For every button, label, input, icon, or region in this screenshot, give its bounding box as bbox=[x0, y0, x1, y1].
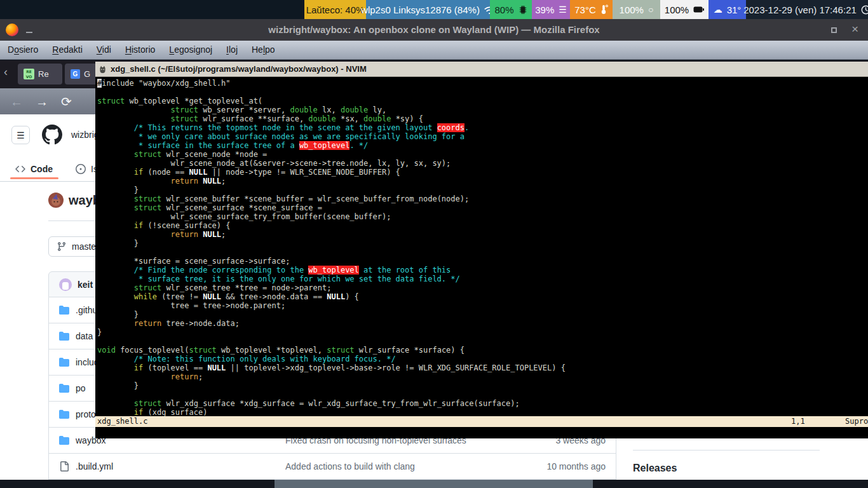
folder-icon bbox=[59, 409, 69, 419]
scrollbar-thumb[interactable] bbox=[275, 480, 593, 488]
terminal-titlebar[interactable]: xdg_shell.c (~/Elŝutoj/programs/wayland/… bbox=[95, 62, 868, 77]
temperature-label: 73°C bbox=[574, 4, 596, 15]
code-line: return NULL; bbox=[97, 177, 868, 186]
github-logo-icon[interactable] bbox=[42, 125, 62, 145]
code-line: #include "waybox/xdg_shell.h" bbox=[97, 79, 868, 88]
code-line: struct wlr_scene_tree *tree = node->pare… bbox=[97, 283, 868, 292]
cloud-icon: ☁ bbox=[714, 5, 722, 14]
code-line: } bbox=[97, 310, 868, 319]
file-icon bbox=[59, 461, 69, 471]
statusline-position: 1,1 bbox=[791, 416, 805, 427]
volume-label: Laŭteco: 40% bbox=[306, 4, 365, 15]
circle-icon: ○ bbox=[648, 5, 653, 14]
window-titlebar[interactable]: wizbright/waybox: An openbox clone on Wa… bbox=[0, 19, 868, 41]
tab-scroll-left-icon[interactable]: ‹ bbox=[4, 65, 8, 79]
code-line bbox=[97, 390, 868, 399]
folder-icon bbox=[59, 383, 69, 393]
code-icon bbox=[15, 164, 25, 174]
code-line bbox=[97, 337, 868, 346]
tab-label: G bbox=[84, 69, 90, 79]
code-line: return tree->node.data; bbox=[97, 319, 868, 328]
clock-icon bbox=[861, 5, 868, 15]
code-line: } bbox=[97, 328, 868, 337]
browser-tab-revo[interactable]: REVO Re bbox=[18, 64, 62, 85]
revo-favicon: REVO bbox=[24, 69, 34, 79]
code-line: } bbox=[97, 239, 868, 248]
folder-icon bbox=[59, 305, 69, 315]
hamburger-menu-button[interactable]: ☰ bbox=[11, 126, 30, 144]
code-line: } bbox=[97, 186, 868, 194]
list-icon: ☰ bbox=[559, 5, 567, 14]
terminal-title: xdg_shell.c (~/Elŝutoj/programs/wayland/… bbox=[111, 64, 367, 74]
system-status-bar: Laŭteco: 40% wlp2s0 Linksys12876 (84%) 8… bbox=[0, 0, 868, 19]
branch-name: maste bbox=[72, 241, 96, 252]
tab-code[interactable]: Code bbox=[15, 164, 53, 174]
memory-indicator[interactable]: 39% ☰ bbox=[532, 0, 570, 19]
issues-icon bbox=[76, 164, 86, 174]
code-line: * surface in the surface tree of a wb_to… bbox=[97, 141, 868, 150]
code-line: *surface = scene_surface->surface; bbox=[97, 257, 868, 266]
commit-message-link[interactable]: Added actions to build with clang bbox=[285, 461, 533, 471]
statusline-filename: xdg_shell.c bbox=[97, 416, 147, 427]
code-line: if (!scene_surface) { bbox=[97, 221, 868, 230]
forward-icon[interactable]: → bbox=[36, 95, 48, 108]
menu-item[interactable]: Redakti bbox=[45, 41, 89, 60]
nvim-terminal-window: xdg_shell.c (~/Elŝutoj/programs/wayland/… bbox=[95, 62, 868, 438]
temperature-indicator[interactable]: 73°C bbox=[570, 0, 613, 19]
folder-icon bbox=[59, 435, 69, 445]
reload-icon[interactable]: ⟳ bbox=[61, 95, 72, 108]
code-line bbox=[97, 88, 868, 97]
menu-item[interactable]: Vidi bbox=[90, 41, 118, 60]
active-tab-underline bbox=[10, 177, 58, 179]
code-line: void focus_toplevel(struct wb_toplevel *… bbox=[97, 346, 868, 355]
code-line: } bbox=[97, 381, 868, 390]
code-line: struct wlr_xdg_surface *xdg_surface = wl… bbox=[97, 399, 868, 408]
menu-item[interactable]: Helpo bbox=[245, 41, 282, 60]
code-line: wlr_scene_node_at(&server->scene->tree.n… bbox=[97, 159, 868, 168]
menu-item[interactable]: Iloj bbox=[219, 41, 245, 60]
weather-label: 31° bbox=[727, 4, 742, 15]
code-area[interactable]: #include "waybox/xdg_shell.h" struct wb_… bbox=[95, 77, 868, 417]
nvim-icon bbox=[98, 65, 107, 73]
code-line: while (tree != NULL && tree->node.data =… bbox=[97, 292, 868, 301]
clock-label: 2023-12-29 (ven) 17:46:21 bbox=[743, 4, 857, 15]
code-line: struct wlr_scene_surface *scene_surface … bbox=[97, 203, 868, 212]
code-line: struct wb_server *server, double lx, dou… bbox=[97, 105, 868, 114]
code-line: if (toplevel == NULL || toplevel->xdg_to… bbox=[97, 363, 868, 372]
commit-date: 10 months ago bbox=[533, 461, 616, 471]
vim-statusline: xdg_shell.c 1,1 Supro bbox=[95, 416, 868, 427]
commit-author-avatar[interactable] bbox=[59, 278, 72, 291]
code-line: * surface tree, it is the only one for w… bbox=[97, 274, 868, 283]
file-name-link[interactable]: .build.yml bbox=[76, 461, 285, 471]
menu-item[interactable]: Legosignoj bbox=[162, 41, 219, 60]
horizontal-scrollbar[interactable] bbox=[0, 480, 868, 488]
network-label: wlp2s0 Linksys12876 (84%) bbox=[361, 4, 480, 15]
commit-author-link[interactable]: keit bbox=[78, 280, 93, 290]
battery-icon bbox=[693, 6, 704, 13]
maximize-icon[interactable] bbox=[831, 27, 837, 33]
google-translate-favicon: G bbox=[71, 69, 80, 79]
network-indicator[interactable]: wlp2s0 Linksys12876 (84%) bbox=[366, 0, 490, 19]
clock-indicator[interactable]: 2023-12-29 (ven) 17:46:21 bbox=[746, 0, 868, 19]
weather-indicator[interactable]: ☁ 31° bbox=[709, 0, 746, 19]
code-line: return; bbox=[97, 372, 868, 381]
volume-indicator[interactable]: Laŭteco: 40% bbox=[304, 0, 366, 19]
releases-heading[interactable]: Releases bbox=[633, 463, 677, 474]
meter-indicator[interactable]: 100% ○ bbox=[613, 0, 660, 19]
menu-item[interactable]: Dosiero bbox=[1, 41, 45, 60]
code-line: tree = tree->node.parent; bbox=[97, 301, 868, 310]
chip-icon bbox=[519, 5, 527, 15]
hamburger-icon: ☰ bbox=[17, 130, 25, 140]
table-row: .build.ymlAdded actions to build with cl… bbox=[49, 454, 616, 480]
battery-label: 100% bbox=[665, 4, 689, 15]
code-line: /* This returns the topmost node in the … bbox=[97, 123, 868, 132]
close-icon[interactable]: × bbox=[851, 19, 858, 41]
menu-item[interactable]: Historio bbox=[118, 41, 162, 60]
back-icon[interactable]: ← bbox=[10, 95, 23, 108]
cpu-indicator[interactable]: 80% bbox=[490, 0, 532, 19]
tab-label: Re bbox=[38, 69, 49, 79]
terminal-body[interactable]: #include "waybox/xdg_shell.h" struct wb_… bbox=[95, 77, 868, 438]
battery-indicator[interactable]: 100% bbox=[660, 0, 709, 19]
tab-code-label: Code bbox=[31, 164, 53, 174]
cpu-label: 80% bbox=[494, 4, 513, 15]
